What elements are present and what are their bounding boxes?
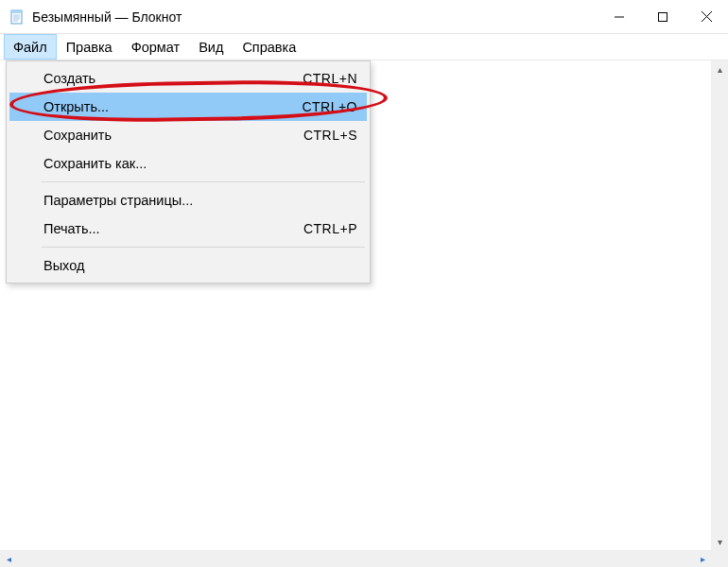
svg-rect-1 xyxy=(11,10,22,13)
window-title: Безымянный — Блокнот xyxy=(32,9,598,25)
menu-file-label: Файл xyxy=(13,40,47,55)
menubar: Файл Правка Формат Вид Справка xyxy=(0,34,728,60)
app-icon xyxy=(8,8,26,26)
vertical-scrollbar[interactable]: ▴ ▾ xyxy=(711,60,728,550)
menu-item-page-setup[interactable]: Параметры страницы... xyxy=(9,186,367,215)
menu-view-label: Вид xyxy=(199,40,223,55)
menu-item-shortcut: CTRL+O xyxy=(302,99,357,114)
menu-edit-label: Правка xyxy=(66,40,113,55)
menu-item-label: Создать xyxy=(43,71,303,86)
scroll-right-arrow-icon[interactable]: ▸ xyxy=(694,550,711,567)
scroll-up-arrow-icon[interactable]: ▴ xyxy=(711,60,728,77)
scroll-down-arrow-icon[interactable]: ▾ xyxy=(711,533,728,550)
menu-item-label: Открыть... xyxy=(43,99,302,114)
menu-format[interactable]: Формат xyxy=(122,34,190,60)
titlebar: Безымянный — Блокнот xyxy=(0,0,728,34)
menu-file[interactable]: Файл xyxy=(4,34,57,60)
minimize-button[interactable] xyxy=(598,0,641,34)
menu-help[interactable]: Справка xyxy=(233,34,305,60)
menu-separator xyxy=(42,181,365,182)
scroll-left-arrow-icon[interactable]: ◂ xyxy=(0,550,17,567)
maximize-button[interactable] xyxy=(641,0,685,34)
menu-edit[interactable]: Правка xyxy=(57,34,122,60)
menu-item-shortcut: CTRL+P xyxy=(303,221,357,236)
menu-item-label: Печать... xyxy=(43,221,303,236)
svg-rect-7 xyxy=(659,12,667,21)
menu-item-save-as[interactable]: Сохранить как... xyxy=(9,149,367,178)
close-button[interactable] xyxy=(685,0,728,34)
scroll-corner xyxy=(711,550,728,567)
menu-view[interactable]: Вид xyxy=(189,34,233,60)
menu-help-label: Справка xyxy=(242,40,296,55)
menu-item-shortcut: CTRL+N xyxy=(303,71,357,86)
menu-format-label: Формат xyxy=(131,40,181,55)
menu-item-new[interactable]: Создать CTRL+N xyxy=(9,64,367,93)
menu-separator xyxy=(42,247,365,248)
menu-item-exit[interactable]: Выход xyxy=(9,251,367,280)
menu-item-label: Сохранить xyxy=(43,128,303,143)
menu-item-label: Сохранить как... xyxy=(43,156,357,171)
file-menu-dropdown: Создать CTRL+N Открыть... CTRL+O Сохрани… xyxy=(6,60,371,284)
horizontal-scrollbar[interactable]: ◂ ▸ xyxy=(0,550,711,567)
menu-item-open[interactable]: Открыть... CTRL+O xyxy=(9,93,367,121)
menu-item-save[interactable]: Сохранить CTRL+S xyxy=(9,121,367,149)
menu-item-label: Выход xyxy=(43,258,357,273)
menu-item-shortcut: CTRL+S xyxy=(303,128,357,143)
menu-item-print[interactable]: Печать... CTRL+P xyxy=(9,215,367,243)
menu-item-label: Параметры страницы... xyxy=(43,193,357,208)
